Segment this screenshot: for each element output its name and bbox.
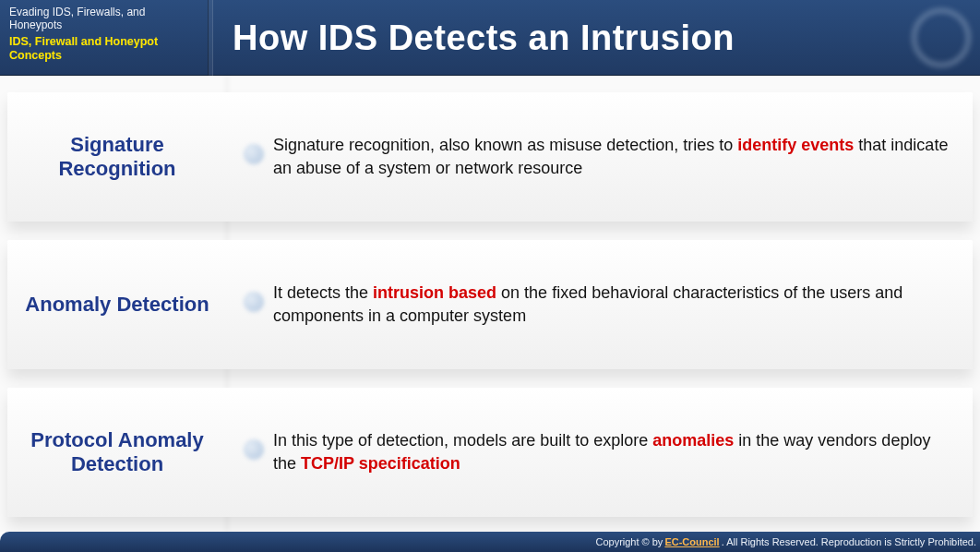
brand-logo: [902, 0, 980, 76]
footer-bar: Copyright © by EC-Council . All Rights R…: [0, 532, 980, 552]
desc-text: In this type of detection, models are bu…: [273, 431, 652, 450]
bullet-icon: [244, 144, 264, 164]
desc-highlight: TCP/IP specification: [301, 454, 460, 473]
brand-logo-circle-icon: [913, 9, 970, 66]
desc-highlight: intrusion based: [373, 283, 496, 302]
card-description: In this type of detection, models are bu…: [273, 388, 952, 517]
slide: Evading IDS, Firewalls, and Honeypots ID…: [0, 0, 980, 552]
bullet-icon: [244, 439, 264, 460]
header-bar: Evading IDS, Firewalls, and Honeypots ID…: [0, 0, 980, 76]
desc-highlight: anomalies: [652, 431, 734, 450]
card-title: Anomaly Detection: [7, 240, 227, 369]
desc-text: Signature recognition, also known as mis…: [273, 136, 737, 154]
copyright-text: Copyright © by: [595, 536, 663, 547]
bullet-icon: [244, 292, 264, 312]
breadcrumb: Evading IDS, Firewalls, and Honeypots ID…: [0, 0, 208, 76]
breadcrumb-section: IDS, Firewall and Honeypot Concepts: [9, 35, 198, 63]
breadcrumb-module: Evading IDS, Firewalls, and Honeypots: [9, 6, 198, 31]
card-title: Signature Recognition: [7, 92, 227, 222]
card-description: It detects the intrusion based on the fi…: [273, 240, 952, 369]
detection-card-protocol-anomaly: Protocol Anomaly Detection In this type …: [7, 388, 973, 517]
page-title: How IDS Detects an Intrusion: [214, 18, 735, 58]
copyright-text: . All Rights Reserved. Reproduction is S…: [722, 536, 976, 547]
page-title-wrap: How IDS Detects an Intrusion: [214, 0, 897, 76]
content-area: Signature Recognition Signature recognit…: [0, 76, 980, 532]
detection-card-signature: Signature Recognition Signature recognit…: [7, 92, 973, 222]
card-title: Protocol Anomaly Detection: [7, 388, 227, 517]
header-divider: [208, 0, 213, 76]
detection-card-anomaly: Anomaly Detection It detects the intrusi…: [7, 240, 973, 369]
brand-link[interactable]: EC-Council: [664, 536, 719, 547]
card-description: Signature recognition, also known as mis…: [273, 92, 952, 222]
desc-highlight: identify events: [737, 136, 854, 154]
desc-text: It detects the: [273, 283, 373, 302]
